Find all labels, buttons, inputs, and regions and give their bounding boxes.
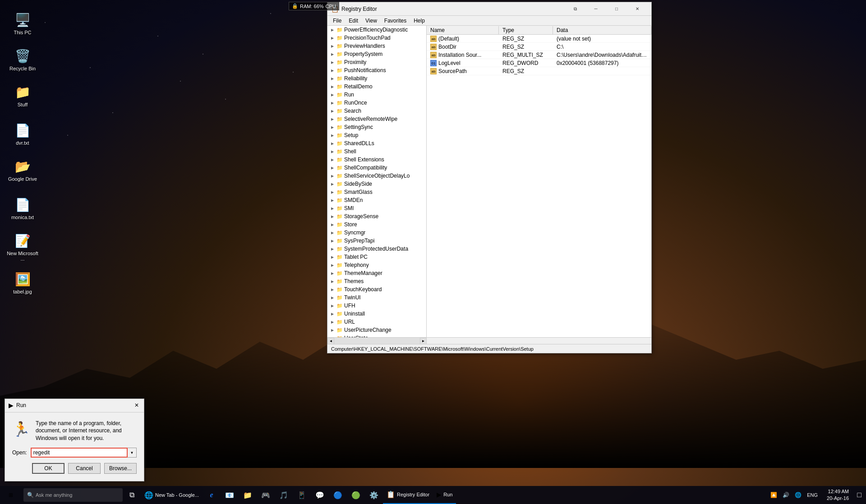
taskbar-search-bar[interactable]: 🔍 Ask me anything (23, 488, 123, 502)
task-view-icon: ⧉ (129, 491, 134, 499)
desktop-icon-new-ms[interactable]: 📝 New Microsoft ... (5, 230, 41, 263)
tree-item-tablet-pc[interactable]: ▶📁Tablet PC (327, 253, 426, 261)
taskbar-app-registry-editor[interactable]: 📋 Registry Editor (383, 486, 433, 504)
tree-item-shell-extensions[interactable]: ▶📁Shell Extensions (327, 156, 426, 164)
tree-item-uninstall[interactable]: ▶📁Uninstall (327, 310, 426, 318)
tree-item-precisiontouchpad[interactable]: ▶📁PrecisionTouchPad (327, 34, 426, 42)
run-cancel-button[interactable]: Cancel (68, 463, 101, 474)
notification-button[interactable]: □ (852, 486, 866, 504)
hscroll-right[interactable]: ► (420, 338, 427, 344)
tree-item-smi[interactable]: ▶📁SMI (327, 204, 426, 212)
taskbar-app-run[interactable]: ▶ Run (433, 486, 456, 504)
run-dialog: ▶ Run ✕ 🏃 Type the name of a program, fo… (5, 399, 144, 481)
tree-item-userstate[interactable]: ▶📁UserState (327, 334, 426, 337)
desktop-icon-monica-txt[interactable]: 📄 monica.txt (5, 194, 41, 222)
run-ok-button[interactable]: OK (32, 463, 64, 474)
view-menu[interactable]: View (362, 17, 381, 25)
desktop-icon-stuff[interactable]: 📁 Stuff (5, 81, 41, 109)
tree-item-ufh[interactable]: ▶📁UFH (327, 302, 426, 310)
registry-statusbar: Computer\HKEY_LOCAL_MACHINE\SOFTWARE\Mic… (327, 344, 651, 353)
tree-item-smden[interactable]: ▶📁SMDEn (327, 196, 426, 204)
tree-item-shareddlls[interactable]: ▶📁SharedDLLs (327, 139, 426, 147)
tree-item-proximity[interactable]: ▶📁Proximity (327, 58, 426, 66)
taskbar-app-folder[interactable]: 📁 (239, 486, 257, 504)
taskbar-app-phone[interactable]: 📱 (293, 486, 311, 504)
reg-row-1[interactable]: abBootDirREG_SZC:\ (427, 43, 651, 51)
tree-item-storagesense[interactable]: ▶📁StorageSense (327, 212, 426, 220)
reg-row-3[interactable]: 01LogLevelREG_DWORD0x20004001 (536887297… (427, 59, 651, 67)
tree-item-userpicturechange[interactable]: ▶📁UserPictureChange (327, 326, 426, 334)
tray-language-icon[interactable]: ENG (805, 492, 820, 498)
tree-item-store[interactable]: ▶📁Store (327, 220, 426, 229)
edit-menu[interactable]: Edit (345, 17, 362, 25)
desktop-icon-dvr-txt[interactable]: 📄 dvr.txt (5, 119, 41, 147)
run-browse-button[interactable]: Browse... (104, 463, 137, 474)
start-button[interactable]: ⊞ (0, 486, 22, 504)
tree-item-settingsync[interactable]: ▶📁SettingSync (327, 123, 426, 131)
taskbar-app-music[interactable]: 🎵 (275, 486, 293, 504)
taskbar-app-gamepad[interactable]: 🎮 (257, 486, 275, 504)
taskbar-app-chat[interactable]: 💬 (311, 486, 329, 504)
taskbar-app-circle-blue[interactable]: 🔵 (329, 486, 347, 504)
tree-item-propertysystem[interactable]: ▶📁PropertySystem (327, 50, 426, 58)
maximize-button[interactable]: □ (606, 2, 627, 16)
help-menu[interactable]: Help (410, 17, 428, 25)
tree-item-pushnotifications[interactable]: ▶📁PushNotifications (327, 66, 426, 74)
tree-item-runonce[interactable]: ▶📁RunOnce (327, 99, 426, 107)
tree-item-setup[interactable]: ▶📁Setup (327, 131, 426, 139)
file-menu[interactable]: File (329, 17, 345, 25)
tray-chevron-icon[interactable]: 🔼 (769, 492, 779, 498)
reg-row-0[interactable]: ab(Default)REG_SZ(value not set) (427, 35, 651, 43)
tree-item-url[interactable]: ▶📁URL (327, 318, 426, 326)
tree-item-syspreptapi[interactable]: ▶📁SysPrepTapi (327, 237, 426, 245)
reg-row-4[interactable]: abSourcePathREG_SZ (427, 67, 651, 75)
run-input-row: Open: ▼ (12, 448, 137, 458)
tree-item-retaildemo[interactable]: ▶📁RetailDemo (327, 82, 426, 91)
tray-network-icon[interactable]: 🌐 (793, 492, 803, 498)
tree-item-powerefficiencydiagnostic[interactable]: ▶📁PowerEfficiencyDiagnostic (327, 26, 426, 34)
tree-item-thememanager[interactable]: ▶📁ThemeManager (327, 269, 426, 277)
tray-volume-icon[interactable]: 🔊 (781, 492, 791, 498)
minimize-button[interactable]: ─ (585, 2, 606, 16)
tree-item-smartglass[interactable]: ▶📁SmartGlass (327, 188, 426, 196)
tree-item-themes[interactable]: ▶📁Themes (327, 277, 426, 285)
tree-item-sidebyside[interactable]: ▶📁SideBySide (327, 180, 426, 188)
tree-item-touchkeyboard[interactable]: ▶📁TouchKeyboard (327, 285, 426, 293)
run-close-button[interactable]: ✕ (133, 402, 140, 409)
tree-item-twinui[interactable]: ▶📁TwinUI (327, 293, 426, 302)
taskbar-app-settings[interactable]: ⚙️ (365, 486, 383, 504)
reg-row-2[interactable]: abInstallation Sour...REG_MULTI_SZC:\Use… (427, 51, 651, 59)
favorites-menu[interactable]: Favorites (381, 17, 410, 25)
tree-item-shellserviceobjectdelaylo[interactable]: ▶📁ShellServiceObjectDelayLo (327, 172, 426, 180)
tree-item-search[interactable]: ▶📁Search (327, 107, 426, 115)
tree-item-reliability[interactable]: ▶📁Reliability (327, 74, 426, 82)
tree-item-syncmgr[interactable]: ▶📁Syncmgr (327, 229, 426, 237)
tree-item-run[interactable]: ▶📁Run (327, 91, 426, 99)
taskbar-clock[interactable]: 12:49 AM 20-Apr-16 (823, 488, 852, 502)
desktop-icon-this-pc[interactable]: 🖥️ This PC (5, 9, 41, 37)
tree-item-selectiveremotewipe[interactable]: ▶📁SelectiveRemoteWipe (327, 115, 426, 123)
tree-item-shell[interactable]: ▶📁Shell (327, 147, 426, 156)
notification-icon: □ (857, 491, 861, 499)
taskbar-app-outlook[interactable]: 📧 (221, 486, 239, 504)
taskbar-app-ie[interactable]: e (203, 486, 221, 504)
hscroll-left[interactable]: ◄ (327, 338, 334, 344)
ram-indicator: 🔒 RAM: 66% CPU (289, 2, 339, 10)
tree-item-shellcompatibility[interactable]: ▶📁ShellCompatibility (327, 164, 426, 172)
taskbar-app-chrome[interactable]: 🌐 New Tab - Google... (141, 486, 203, 504)
restore-button[interactable]: ⧉ (565, 2, 585, 16)
desktop-icon-tabel-jpg[interactable]: 🖼️ tabel.jpg (5, 268, 41, 296)
desktop-icon-google-drive[interactable]: 📂 Google Drive (5, 156, 41, 183)
close-button[interactable]: ✕ (627, 2, 648, 16)
registry-tree[interactable]: ▶📁PowerEfficiencyDiagnostic▶📁PrecisionTo… (327, 26, 427, 337)
task-view-button[interactable]: ⧉ (123, 486, 141, 504)
col-header-name: Name (427, 26, 499, 34)
cpu-text: CPU (326, 4, 336, 9)
desktop-icon-recycle-bin[interactable]: 🗑️ Recycle Bin (5, 45, 41, 73)
tree-item-telephony[interactable]: ▶📁Telephony (327, 261, 426, 269)
run-input-field[interactable] (31, 448, 128, 458)
run-dropdown-button[interactable]: ▼ (128, 448, 137, 458)
taskbar-app-circle-green[interactable]: 🟢 (347, 486, 365, 504)
tree-item-previewhandlers[interactable]: ▶📁PreviewHandlers (327, 42, 426, 50)
tree-item-systemprotecteduserdata[interactable]: ▶📁SystemProtectedUserData (327, 245, 426, 253)
